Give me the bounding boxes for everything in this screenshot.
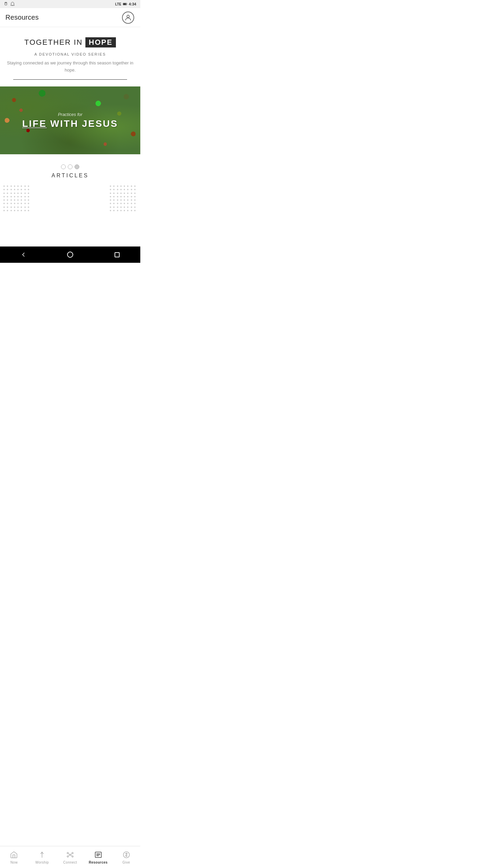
home-button[interactable] bbox=[63, 248, 77, 261]
left-dot-grid bbox=[3, 185, 30, 213]
circle-1 bbox=[61, 164, 66, 169]
circle-2 bbox=[68, 164, 73, 169]
profile-button[interactable] bbox=[121, 11, 135, 24]
articles-section[interactable]: ARTICLES bbox=[0, 154, 140, 223]
articles-header: ARTICLES bbox=[0, 164, 140, 179]
dots-decoration bbox=[0, 185, 140, 213]
time-display: 4:34 bbox=[129, 2, 136, 6]
together-title-row: TOGETHER IN HOPE bbox=[7, 37, 134, 47]
notification-icon bbox=[10, 2, 15, 6]
status-bar: LTE 4:34 bbox=[0, 0, 140, 8]
android-nav-bar bbox=[0, 246, 140, 263]
user-icon bbox=[124, 14, 132, 21]
devotional-text: A DEVOTIONAL VIDEO SERIES bbox=[7, 52, 134, 56]
life-with-jesus-banner[interactable]: Practices for LIFE WITH JESUS bbox=[0, 86, 140, 154]
svg-rect-0 bbox=[5, 2, 7, 5]
back-button[interactable] bbox=[17, 248, 30, 261]
network-indicator: LTE bbox=[115, 2, 121, 6]
section-divider bbox=[13, 79, 127, 80]
status-left-icons bbox=[4, 2, 15, 6]
together-text: TOGETHER IN bbox=[24, 38, 83, 47]
battery-icon bbox=[123, 2, 127, 6]
svg-rect-2 bbox=[127, 4, 127, 4]
circle-3 bbox=[75, 164, 79, 169]
svg-rect-3 bbox=[123, 3, 126, 5]
jesus-text: JESUS bbox=[82, 118, 118, 129]
recents-button[interactable] bbox=[110, 248, 124, 261]
banner-title: LIFE WITH JESUS bbox=[22, 118, 118, 129]
main-content: TOGETHER IN HOPE A DEVOTIONAL VIDEO SERI… bbox=[0, 27, 140, 246]
articles-title: ARTICLES bbox=[52, 173, 89, 179]
subtitle-text: Staying connected as we journey through … bbox=[7, 60, 134, 74]
sim-icon bbox=[4, 2, 9, 6]
practices-for-text: Practices for bbox=[58, 112, 82, 117]
svg-point-4 bbox=[127, 15, 129, 17]
with-text: WITH bbox=[50, 118, 79, 129]
life-text: LIFE bbox=[22, 118, 47, 129]
page-title: Resources bbox=[5, 14, 39, 21]
hope-badge: HOPE bbox=[85, 37, 116, 47]
app-header: Resources bbox=[0, 8, 140, 27]
articles-circles bbox=[61, 164, 79, 169]
right-dot-grid bbox=[110, 185, 137, 213]
together-section[interactable]: TOGETHER IN HOPE A DEVOTIONAL VIDEO SERI… bbox=[0, 27, 140, 86]
status-right-area: LTE 4:34 bbox=[115, 2, 136, 6]
